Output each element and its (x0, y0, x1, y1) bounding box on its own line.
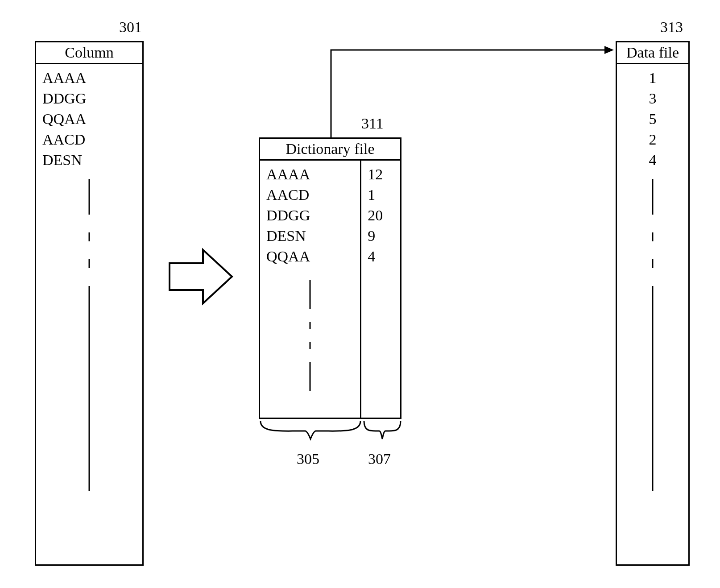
datafile-row: 4 (623, 150, 682, 170)
datafile-header: Data file (617, 42, 688, 64)
ellipsis-dash (266, 266, 354, 391)
ref-label-313: 313 (660, 19, 683, 36)
ref-label-305: 305 (297, 451, 319, 468)
datafile-table: Data file 1 3 5 2 4 (616, 41, 690, 566)
column-row: DESN (42, 150, 136, 170)
datafile-row: 3 (623, 88, 682, 109)
ref-label-307: 307 (368, 451, 391, 468)
ellipsis-dash (42, 170, 136, 491)
dict-value: 12 (368, 164, 394, 185)
svg-marker-9 (604, 46, 614, 54)
column-row: AAAA (42, 68, 136, 88)
dict-key: AACD (266, 185, 354, 205)
dict-value: 9 (368, 226, 394, 246)
dictionary-values-col: 12 1 20 9 4 (361, 161, 401, 419)
block-arrow-icon (165, 243, 236, 314)
datafile-body: 1 3 5 2 4 (617, 64, 688, 495)
dictionary-table: Dictionary file AAAA AACD DDGG DESN QQAA… (259, 137, 401, 419)
dict-key: DDGG (266, 205, 354, 226)
svg-marker-4 (170, 250, 232, 303)
dict-value: 20 (368, 205, 394, 226)
dictionary-keys-col: AAAA AACD DDGG DESN QQAA (259, 161, 361, 419)
datafile-row: 1 (623, 68, 682, 88)
dict-value: 1 (368, 185, 394, 205)
column-row: QQAA (42, 109, 136, 129)
ellipsis-dash (623, 170, 682, 491)
brace-left-icon (259, 419, 362, 450)
column-row: DDGG (42, 88, 136, 109)
line-arrow-icon (330, 45, 616, 146)
datafile-row: 2 (623, 129, 682, 150)
dict-key: AAAA (266, 164, 354, 185)
datafile-row: 5 (623, 109, 682, 129)
ref-label-301: 301 (119, 19, 142, 36)
column-row: AACD (42, 129, 136, 150)
column-body: AAAA DDGG QQAA AACD DESN (36, 64, 142, 495)
column-table: Column AAAA DDGG QQAA AACD DESN (35, 41, 144, 566)
column-header: Column (36, 42, 142, 64)
dict-value: 4 (368, 246, 394, 267)
dict-key: DESN (266, 226, 354, 246)
dict-key: QQAA (266, 246, 354, 267)
brace-right-icon (362, 419, 402, 450)
